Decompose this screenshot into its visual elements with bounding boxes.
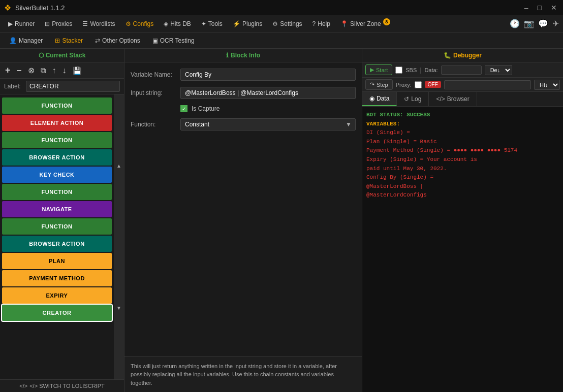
- sub-menu-ocr-testing[interactable]: ▣ OCR Testing: [147, 36, 200, 46]
- scroll-down-button[interactable]: ▼: [114, 237, 124, 380]
- stack-header: ⬡ Current Stack: [0, 49, 124, 62]
- sub-menu-stacker[interactable]: ⊞ Stacker: [50, 36, 88, 46]
- menu-plugins[interactable]: ⚡ Plugins: [229, 19, 266, 29]
- output-configby-value: @MasterLordBoss |: [366, 182, 559, 191]
- debug-dropdown1[interactable]: De↓: [485, 65, 512, 75]
- tab-data[interactable]: ◉ Data: [362, 92, 397, 106]
- proxy-label: Proxy:: [396, 82, 412, 88]
- block-element-action[interactable]: ELEMENT ACTION: [2, 115, 112, 131]
- debug-dropdown2[interactable]: Ht↓: [534, 80, 560, 90]
- debugger-title-label: Debugger: [453, 52, 482, 59]
- discord-icon[interactable]: 💬: [538, 19, 548, 28]
- block-list: FUNCTION ELEMENT ACTION FUNCTION BROWSER…: [0, 94, 114, 379]
- debugger-controls-row1: ▶ Start SBS | Data: De↓: [362, 62, 563, 78]
- tab-browser[interactable]: </> Browser: [429, 92, 477, 106]
- history-icon[interactable]: 🕐: [510, 19, 520, 28]
- menu-hitsdb[interactable]: ◈ Hits DB: [160, 19, 195, 29]
- output-expiry: Expiry (Single) = Your account is: [366, 155, 559, 165]
- remove-block-button[interactable]: –: [15, 64, 24, 77]
- block-function4[interactable]: FUNCTION: [2, 218, 112, 235]
- menu-hitsdb-label: Hits DB: [170, 20, 191, 27]
- copy-block-button[interactable]: ⧉: [39, 65, 48, 76]
- block-toolbar: + – ⊗ ⧉ ↑ ↓ 💾: [0, 62, 124, 79]
- menu-plugins-label: Plugins: [242, 20, 262, 27]
- move-down-button[interactable]: ↓: [60, 65, 69, 76]
- input-string-row: Input string:: [131, 87, 356, 99]
- block-plan[interactable]: PLAN: [2, 253, 112, 269]
- label-text: Label:: [4, 83, 22, 90]
- sbs-label: SBS: [405, 67, 417, 73]
- tools-icon: ✦: [201, 20, 206, 27]
- menu-help-label: Help: [318, 20, 330, 27]
- menu-configs[interactable]: ⚙ Configs: [121, 19, 158, 29]
- sub-menu-manager[interactable]: 👤 Manager: [4, 36, 48, 46]
- sub-menu-ocr-testing-label: OCR Testing: [160, 37, 195, 44]
- wordlists-icon: ☰: [82, 20, 88, 27]
- move-up-button[interactable]: ↑: [50, 65, 58, 76]
- block-expiry[interactable]: EXPIRY: [2, 287, 112, 304]
- output-payment: Payment Method (Single) = ●●●● ●●●● ●●●●…: [366, 146, 559, 155]
- block-function3[interactable]: FUNCTION: [2, 184, 112, 200]
- block-browser-action2[interactable]: BROWSER ACTION: [2, 236, 112, 252]
- screenshot-icon[interactable]: 📷: [524, 19, 534, 28]
- input-string-input[interactable]: [180, 87, 356, 99]
- add-block-button[interactable]: +: [3, 64, 13, 77]
- menu-settings-label: Settings: [280, 20, 302, 27]
- menu-configs-label: Configs: [133, 20, 154, 27]
- sbs-checkbox[interactable]: [395, 67, 402, 74]
- menu-wordlists[interactable]: ☰ Wordlists: [78, 19, 119, 29]
- block-browser-action1[interactable]: BROWSER ACTION: [2, 149, 112, 166]
- block-key-check[interactable]: KEY CHECK: [2, 167, 112, 183]
- menu-runner[interactable]: ▶ Runner: [4, 19, 39, 29]
- block-function1[interactable]: FUNCTION: [2, 97, 112, 114]
- proxy-checkbox[interactable]: [415, 81, 422, 88]
- proxy-input[interactable]: [444, 80, 531, 89]
- sub-menu-other-options[interactable]: ⇄ Other Options: [90, 36, 145, 46]
- label-input[interactable]: [26, 81, 120, 92]
- switch-to-loliscript-button[interactable]: </> </> SWITCH TO LOLISCRIPT: [0, 379, 124, 392]
- menu-settings[interactable]: ⚙ Settings: [268, 19, 306, 29]
- other-options-icon: ⇄: [95, 37, 100, 44]
- menu-proxies[interactable]: ⊟ Proxies: [41, 19, 76, 29]
- sub-menu-other-options-label: Other Options: [102, 37, 140, 44]
- stacker-icon: ⊞: [55, 37, 60, 44]
- input-string-label: Input string:: [131, 89, 176, 96]
- function-select[interactable]: Constant Base64Decode Base64Encode MD5 S…: [180, 118, 356, 130]
- start-button[interactable]: ▶ Start: [365, 64, 392, 75]
- close-button[interactable]: ✕: [549, 4, 559, 12]
- ocr-testing-icon: ▣: [152, 37, 158, 44]
- block-list-scrollbar: ▲ ▼: [114, 94, 124, 379]
- variable-name-input[interactable]: [180, 69, 356, 81]
- tab-log[interactable]: ↺ Log: [397, 92, 429, 106]
- block-navigate[interactable]: NAVIGATE: [2, 201, 112, 217]
- configs-icon: ⚙: [126, 20, 131, 27]
- description-text: This will just return anything written i…: [131, 363, 337, 386]
- scroll-up-button[interactable]: ▲: [114, 94, 124, 237]
- menu-help[interactable]: ? Help: [308, 19, 334, 29]
- left-panel: ⬡ Current Stack + – ⊗ ⧉ ↑ ↓ 💾 Label: FUN…: [0, 49, 124, 392]
- is-capture-checkbox[interactable]: ✓: [180, 105, 187, 112]
- delete-block-button[interactable]: ⊗: [26, 64, 37, 76]
- block-payment-method[interactable]: PAYMENT METHOD: [2, 270, 112, 286]
- block-creator[interactable]: CREATOR: [2, 305, 112, 321]
- telegram-icon[interactable]: ✈: [552, 19, 559, 28]
- app-title: SilverBullet 1.1.2: [15, 4, 65, 12]
- block-info-label: Block Info: [231, 52, 260, 59]
- step-button[interactable]: ↷ Step: [365, 79, 393, 90]
- minimize-button[interactable]: –: [522, 4, 530, 12]
- data-input[interactable]: [441, 66, 482, 75]
- block-function2[interactable]: FUNCTION: [2, 132, 112, 148]
- output-plan: Plan (Single) = Basic: [366, 138, 559, 147]
- debugger-icon: 🐛: [444, 52, 451, 59]
- middle-panel: ℹ Block Info Variable Name: Input string…: [124, 49, 362, 392]
- menu-tools[interactable]: ✦ Tools: [197, 19, 227, 29]
- output-expiry2: paid until May 30, 2022.: [366, 165, 559, 174]
- block-info-title: ℹ Block Info: [226, 52, 260, 59]
- output-configby-value2: @MasterLordConfigs: [366, 191, 559, 200]
- save-button[interactable]: 💾: [71, 66, 83, 76]
- maximize-button[interactable]: □: [536, 4, 544, 12]
- log-tab-label: Log: [411, 95, 421, 103]
- menu-silverzone[interactable]: 📍 Silver Zone 8: [336, 19, 394, 29]
- data-label: Data:: [424, 67, 437, 73]
- sbs-divider: |: [420, 67, 421, 74]
